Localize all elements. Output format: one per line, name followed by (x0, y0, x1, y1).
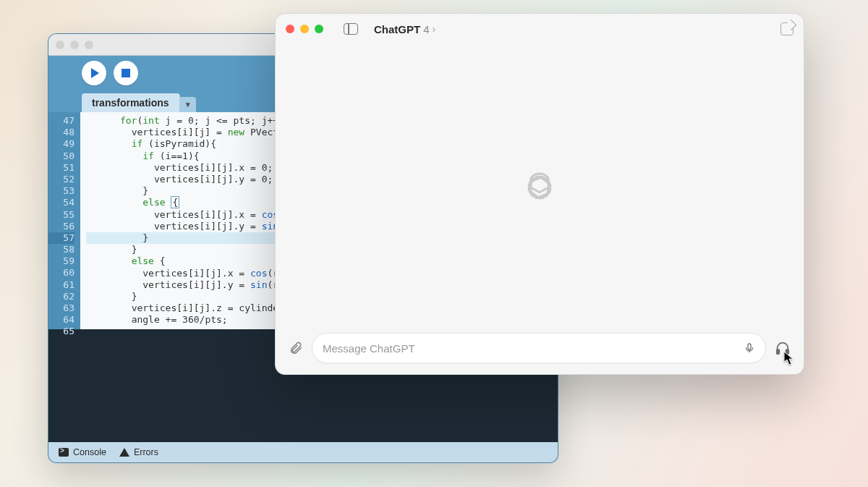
errors-tab-label: Errors (134, 447, 158, 457)
model-label: 4 (423, 23, 429, 35)
chatgpt-titlebar: ChatGPT 4 › (276, 14, 804, 44)
line-number-gutter: 47484950515253545556575859606162636465 (48, 112, 80, 329)
console-tab-label: Console (73, 447, 106, 457)
minimize-button[interactable] (300, 25, 309, 33)
maximize-button[interactable] (315, 25, 323, 33)
console-tab[interactable]: Console (59, 447, 106, 457)
attachment-icon[interactable] (289, 340, 303, 356)
ide-traffic-lights-disabled (56, 41, 93, 49)
traffic-lights (286, 25, 323, 33)
console-icon (59, 448, 69, 457)
traffic-light-dimmed (70, 41, 79, 49)
message-input[interactable] (323, 342, 736, 355)
openai-logo-icon (520, 168, 559, 207)
svg-rect-0 (748, 344, 751, 350)
chat-body-empty (276, 44, 804, 331)
new-chat-icon[interactable] (780, 22, 793, 35)
close-button[interactable] (286, 25, 294, 33)
warning-icon (119, 448, 129, 457)
sidebar-toggle-icon[interactable] (344, 23, 358, 35)
run-button[interactable] (82, 61, 106, 85)
traffic-light-dimmed (56, 41, 64, 49)
console-tab-bar: Console Errors (48, 442, 558, 462)
chevron-right-icon: › (433, 23, 436, 35)
headphones-icon[interactable] (775, 340, 791, 356)
ide-tab-active[interactable]: transformations (82, 93, 180, 112)
svg-rect-2 (786, 350, 789, 354)
microphone-icon[interactable] (744, 341, 755, 355)
stop-button[interactable] (114, 61, 138, 85)
message-input-container (312, 333, 766, 363)
chat-input-bar (276, 331, 804, 374)
traffic-light-dimmed (85, 41, 93, 49)
errors-tab[interactable]: Errors (119, 447, 158, 457)
chatgpt-window: ChatGPT 4 › (275, 13, 804, 375)
stop-icon (122, 69, 130, 77)
app-name-label: ChatGPT (374, 23, 420, 35)
svg-rect-1 (777, 350, 780, 354)
tab-dropdown-button[interactable]: ▼ (180, 97, 196, 112)
play-icon (91, 68, 99, 78)
model-selector[interactable]: ChatGPT 4 › (374, 23, 435, 35)
